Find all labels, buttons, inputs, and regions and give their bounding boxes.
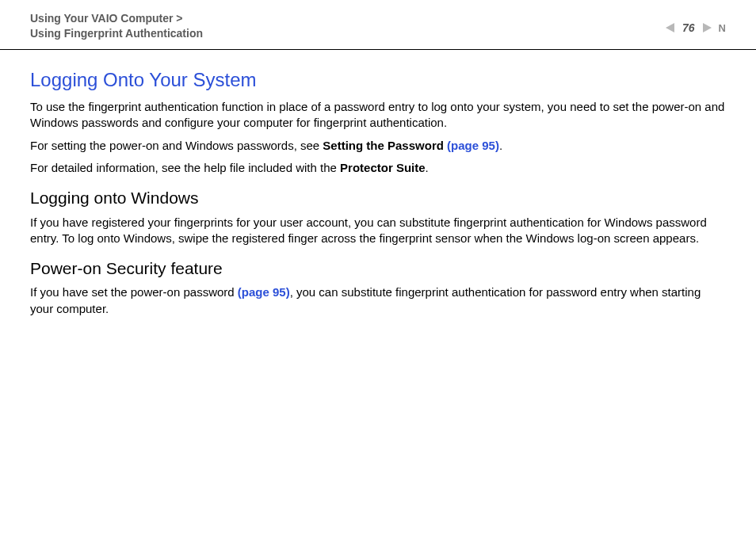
intro-paragraph-1: To use the fingerprint authentication fu… [30,99,726,132]
breadcrumb-line-1: Using Your VAIO Computer > [30,11,203,26]
subheading-power-on: Power-on Security feature [30,257,726,280]
p2-bold: Setting the Password [323,139,447,152]
page-link-95a[interactable]: (page 95) [447,139,499,152]
subheading-logging-windows: Logging onto Windows [30,187,726,209]
next-page-icon[interactable] [701,22,712,33]
p2-suffix: . [499,139,502,152]
sub1-body: If you have registered your fingerprints… [30,215,726,247]
document-header: Using Your VAIO Computer > Using Fingerp… [0,0,756,48]
breadcrumb: Using Your VAIO Computer > Using Fingerp… [30,11,203,41]
sub2-prefix: If you have set the power-on password [30,285,238,299]
previous-page-icon[interactable] [665,22,676,33]
sub2-body: If you have set the power-on password (p… [30,284,726,317]
svg-marker-0 [666,23,674,32]
intro-paragraph-2: For setting the power-on and Windows pas… [30,138,726,154]
n-mark: N [719,21,726,36]
p3-suffix: . [426,161,429,174]
p2-prefix: For setting the power-on and Windows pas… [30,139,323,152]
page-link-95b[interactable]: (page 95) [238,285,290,299]
page-title: Logging Onto Your System [30,67,726,93]
svg-marker-1 [703,23,712,32]
intro-paragraph-3: For detailed information, see the help f… [30,160,726,176]
page-content: Logging Onto Your System To use the fing… [0,50,756,317]
page-number: 76 [681,21,697,36]
breadcrumb-line-2: Using Fingerprint Authentication [30,26,203,41]
p3-prefix: For detailed information, see the help f… [30,161,340,174]
p3-bold: Protector Suite [340,161,426,174]
page-navigation: 76 N [665,21,726,36]
